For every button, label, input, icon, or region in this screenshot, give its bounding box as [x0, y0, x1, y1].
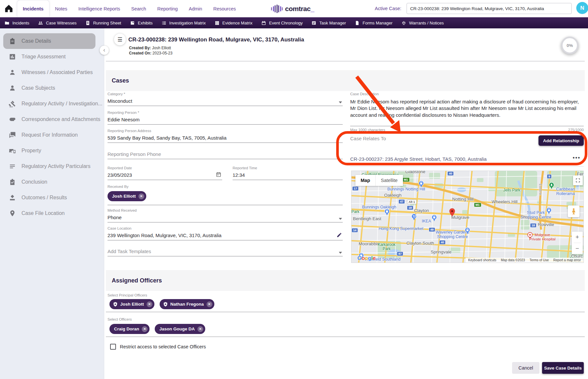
case-nav-incidents[interactable]: Incidents	[5, 21, 29, 25]
chevron-down-icon[interactable]	[339, 252, 342, 254]
chevron-down-icon[interactable]	[339, 101, 342, 103]
officer-chip-josh-elliott[interactable]: Josh Elliott✕	[109, 299, 154, 309]
sidebar-item-regulatory-activity-particulars[interactable]: Regulatory Activity Particulars	[3, 159, 95, 174]
top-tab-reporting[interactable]: Reporting	[152, 0, 183, 17]
sidebar-item-conclusion[interactable]: Conclusion	[3, 174, 95, 190]
sidebar-item-triage-assessment[interactable]: Triage Assessment	[3, 49, 95, 65]
map-button[interactable]: Map	[355, 175, 375, 186]
sidebar-collapse-button[interactable]: ‹	[100, 46, 109, 55]
active-case-input[interactable]	[407, 3, 572, 14]
pegman-icon[interactable]	[568, 205, 580, 217]
related-case-menu-icon[interactable]: •••	[573, 155, 581, 161]
cancel-button[interactable]: Cancel	[512, 362, 539, 374]
box-icon	[130, 21, 135, 25]
reporting-person-phone-field[interactable]: Reporting Person Phone	[108, 151, 343, 159]
shield-star-icon	[163, 302, 168, 307]
fullscreen-icon[interactable]	[573, 175, 583, 185]
zoom-in-button[interactable]: +	[572, 232, 583, 243]
remove-chip-icon[interactable]: ✕	[142, 326, 148, 332]
map-attribution-link[interactable]: Terms of Use	[530, 258, 549, 262]
case-nav-evidence-matrix[interactable]: Evidence Matrix	[215, 21, 252, 25]
sidebar-item-witnesses-associated-parties[interactable]: Witnesses / Associated Parties	[3, 65, 95, 80]
sidebar-item-outcomes-results[interactable]: Outcomes / Results	[3, 190, 95, 205]
case-nav-investigation-matrix[interactable]: Investigation Matrix	[162, 21, 206, 25]
sidebar-item-regulatory-activity-investigation[interactable]: Regulatory Activity / Investigation...	[3, 96, 95, 112]
related-case-link[interactable]: CR-23-000237: 235 Argyle Street, Hobart,…	[350, 156, 487, 162]
sidebar-item-correspondence-and-attachments[interactable]: Correspondence and Attachments	[3, 112, 95, 127]
case-nav-exhibits[interactable]: Exhibits	[130, 21, 153, 25]
received-by-field[interactable]: Received By Josh Elliott✕	[108, 185, 343, 205]
method-received-value: Phone	[108, 215, 343, 222]
character-counter: 275/1000	[519, 128, 584, 132]
restrict-access-label: Restrict access to selected Case Officer…	[120, 344, 206, 349]
edit-pencil-icon[interactable]	[337, 232, 342, 238]
top-tab-intelligence-reports[interactable]: Intelligence Reports	[73, 0, 126, 17]
officer-chip-nathan-fregona[interactable]: Nathan Fregona✕	[160, 299, 214, 309]
add-relationship-button[interactable]: Add Relationship	[538, 135, 584, 146]
save-case-details-button[interactable]: Save Case Details	[542, 362, 584, 374]
cart-poi-icon	[411, 213, 417, 221]
sidebar-item-case-file-location[interactable]: Case File Location	[3, 205, 95, 221]
bag-poi-icon	[418, 180, 424, 188]
case-nav-event-chronology[interactable]: Event Chronology	[261, 21, 303, 25]
officer-chip-craig-doran[interactable]: Craig Doran✕	[109, 324, 150, 334]
sidebar-item-case-subjects[interactable]: Case Subjects	[3, 80, 95, 96]
reporting-person-address-field[interactable]: Reporting Person Address 539 Sandy Bay R…	[108, 129, 343, 143]
case-progress-ring: 0%	[561, 37, 579, 54]
add-task-templates-field[interactable]: Add Task Templates	[108, 249, 343, 256]
officer-chip-jason-gouge-da[interactable]: Jason Gouge DA✕	[155, 324, 205, 334]
map[interactable]: Map Satellite + − Google Keyboard shortc…	[351, 171, 584, 263]
reported-date-field[interactable]: Reported Date 23/05/2023	[108, 166, 222, 180]
principal-officer-chips: Josh Elliott✕Nathan Fregona✕	[109, 299, 220, 309]
sidebar-item-case-details[interactable]: Case Details	[3, 33, 95, 49]
calendar-icon	[261, 21, 266, 25]
top-tab-search[interactable]: Search	[126, 0, 152, 17]
case-location-field[interactable]: Case Location 239 Wellington Road, Mulgr…	[108, 226, 343, 240]
remove-chip-icon[interactable]: ✕	[147, 301, 152, 307]
hamburger-menu-icon[interactable]: ☰	[114, 34, 126, 45]
restrict-access-checkbox[interactable]	[110, 344, 116, 350]
top-tab-incidents[interactable]: Incidents	[17, 0, 50, 17]
satellite-button[interactable]: Satellite	[375, 175, 403, 186]
calendar-icon[interactable]	[216, 172, 222, 177]
top-tab-notes[interactable]: Notes	[50, 0, 73, 17]
avatar[interactable]: N	[576, 2, 588, 14]
lines-icon	[9, 163, 16, 170]
comtrac-logo: comtrac_	[271, 0, 314, 17]
divider	[350, 166, 584, 167]
reported-time-field[interactable]: Reported Time 12:34	[233, 166, 343, 180]
zoom-out-button[interactable]: −	[572, 243, 583, 254]
map-attribution-link[interactable]: Report a map error	[553, 258, 581, 262]
active-case-label: Active Case:	[362, 6, 401, 11]
case-nav-task-manager[interactable]: Task Manager	[311, 21, 346, 25]
edit-pencil-icon[interactable]	[337, 135, 342, 140]
gavel-icon	[9, 100, 16, 107]
top-tab-admin[interactable]: Admin	[183, 0, 208, 17]
top-tab-resources[interactable]: Resources	[208, 0, 241, 17]
category-field[interactable]: Category * Misconduct	[108, 92, 343, 106]
map-attribution-link[interactable]: Map data ©2023	[501, 258, 525, 262]
divider	[106, 61, 585, 61]
sidebar-item-property[interactable]: Property	[3, 143, 95, 159]
officer-chip-josh-elliott[interactable]: Josh Elliott✕	[108, 191, 146, 201]
restrict-access-row[interactable]: Restrict access to selected Case Officer…	[110, 344, 206, 350]
case-nav-running-sheet[interactable]: Running Sheet	[85, 21, 121, 25]
reporting-person-value: Eddie Neesom	[108, 117, 343, 124]
remove-chip-icon[interactable]: ✕	[207, 301, 212, 307]
remove-chip-icon[interactable]: ✕	[138, 193, 144, 199]
method-received-field[interactable]: Method Received Phone	[108, 208, 343, 222]
chevron-down-icon[interactable]	[339, 218, 342, 220]
hosp-poi-icon: H	[527, 232, 533, 239]
remove-chip-icon[interactable]: ✕	[197, 326, 203, 332]
case-nav-forms-manager[interactable]: Forms Manager	[355, 21, 393, 25]
reported-time-value: 12:34	[233, 172, 343, 180]
case-nav-case-witnesses[interactable]: Case Witnesses	[38, 21, 77, 25]
case-nav-warrants-notices[interactable]: Warrants / Notices	[401, 21, 444, 25]
map-marker-pin[interactable]	[448, 206, 456, 219]
received-by-label: Received By	[108, 185, 343, 189]
sidebar-item-request-for-information[interactable]: Request For Information	[3, 127, 95, 143]
case-description-field[interactable]: Case Description Mr Eddie Neesom has rep…	[350, 92, 584, 126]
map-attribution-link[interactable]: Keyboard shortcuts	[468, 258, 496, 262]
home-icon[interactable]	[4, 4, 15, 14]
reporting-person-field[interactable]: Reporting Person * Eddie Neesom	[108, 111, 343, 125]
